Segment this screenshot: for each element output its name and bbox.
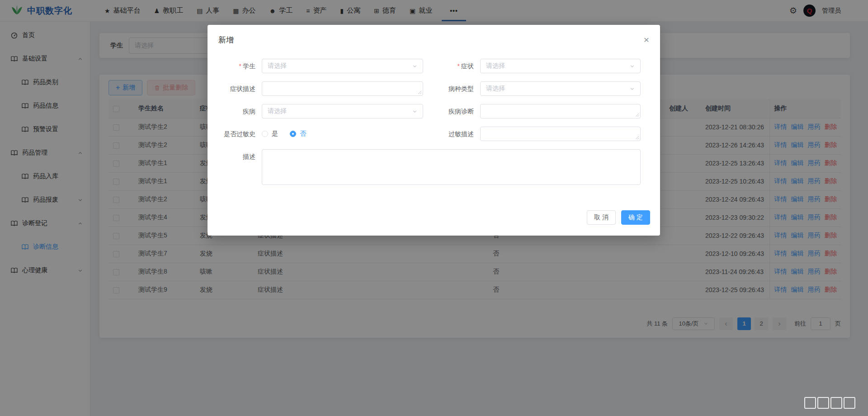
floating-widget[interactable] bbox=[844, 397, 855, 409]
disease-label: 疾病 bbox=[212, 104, 255, 118]
allergy-desc-textarea[interactable] bbox=[480, 127, 641, 141]
symptom-select[interactable]: 请选择 bbox=[480, 59, 641, 73]
disease-type-label: 病种类型 bbox=[423, 81, 474, 96]
add-diagnosis-dialog: 新增 × *学生 请选择 *症状 请选择 症状描述 病种类型 bbox=[208, 25, 660, 236]
radio-circle-icon bbox=[262, 131, 268, 137]
floating-widget[interactable] bbox=[830, 397, 842, 409]
symptom-field-label: *症状 bbox=[423, 59, 474, 73]
student-field-label: *学生 bbox=[212, 59, 255, 73]
disease-type-select[interactable]: 请选择 bbox=[480, 81, 641, 96]
modal-form: *学生 请选择 *症状 请选择 症状描述 病种类型 请选择 bbox=[208, 45, 660, 185]
student-select[interactable]: 请选择 bbox=[262, 59, 423, 73]
floating-widget[interactable] bbox=[804, 397, 816, 409]
disease-select[interactable]: 请选择 bbox=[262, 104, 423, 118]
diagnosis-textarea[interactable] bbox=[480, 104, 641, 118]
allergy-radio-group: 是 否 bbox=[262, 127, 306, 141]
radio-selected-icon bbox=[290, 131, 296, 137]
modal-footer: 取 消 确 定 bbox=[208, 210, 660, 225]
desc-label: 描述 bbox=[212, 149, 255, 164]
chevron-down-icon bbox=[630, 86, 635, 91]
symptom-desc-textarea[interactable] bbox=[262, 81, 423, 96]
chevron-down-icon bbox=[412, 64, 417, 69]
allergy-desc-label: 过敏描述 bbox=[423, 127, 474, 141]
confirm-button[interactable]: 确 定 bbox=[621, 210, 650, 225]
floating-widgets bbox=[804, 397, 855, 409]
allergy-radio-yes[interactable]: 是 bbox=[262, 130, 278, 138]
modal-header: 新增 × bbox=[208, 25, 660, 45]
close-icon[interactable]: × bbox=[644, 35, 649, 44]
diagnosis-label: 疾病诊断 bbox=[423, 104, 474, 118]
chevron-down-icon bbox=[630, 64, 635, 69]
modal-title: 新增 bbox=[218, 35, 234, 45]
cancel-button[interactable]: 取 消 bbox=[587, 210, 616, 225]
allergy-history-label: 是否过敏史 bbox=[212, 127, 255, 141]
desc-textarea[interactable] bbox=[262, 149, 641, 185]
chevron-down-icon bbox=[412, 109, 417, 114]
symptom-desc-label: 症状描述 bbox=[212, 81, 255, 96]
floating-widget[interactable] bbox=[817, 397, 829, 409]
allergy-radio-no[interactable]: 否 bbox=[290, 130, 306, 138]
